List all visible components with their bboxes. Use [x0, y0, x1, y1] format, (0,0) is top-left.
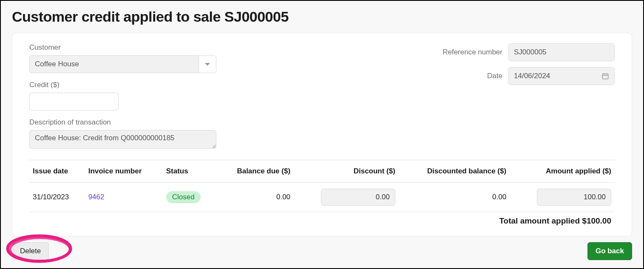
col-discount: Discount ($) — [294, 160, 399, 183]
description-label: Description of transaction — [29, 118, 310, 127]
reference-value: SJ000005 — [514, 48, 547, 57]
reference-label: Reference number — [443, 48, 502, 57]
amount-applied-input[interactable] — [537, 189, 611, 206]
date-label: Date — [487, 72, 502, 80]
customer-select[interactable]: Coffee House — [29, 55, 216, 73]
customer-select-value: Coffee House — [29, 55, 199, 73]
col-status: Status — [163, 160, 216, 183]
date-input[interactable]: 14/06/2024 — [508, 67, 615, 85]
cell-issue-date: 31/10/2023 — [29, 183, 85, 212]
status-badge: Closed — [166, 191, 201, 203]
total-label: Total amount applied — [499, 216, 582, 225]
total-value: $100.00 — [582, 216, 611, 225]
col-discounted-balance: Discounted balance ($) — [399, 160, 510, 183]
credit-card: Customer Coffee House Credit ($) Descrip… — [12, 33, 632, 236]
credit-lines-table: Issue date Invoice number Status Balance… — [29, 160, 615, 212]
calendar-icon — [601, 72, 609, 80]
svg-rect-0 — [602, 74, 608, 79]
page-title: Customer credit applied to sale SJ000005 — [12, 8, 632, 25]
invoice-link[interactable]: 9462 — [88, 193, 105, 201]
col-issue-date: Issue date — [29, 160, 85, 183]
col-amount-applied: Amount applied ($) — [510, 160, 615, 183]
credit-input[interactable] — [29, 93, 119, 110]
col-invoice-number: Invoice number — [85, 160, 163, 183]
go-back-button[interactable]: Go back — [587, 242, 632, 260]
discount-input[interactable] — [321, 189, 395, 206]
delete-button[interactable]: Delete — [12, 242, 49, 260]
total-amount-row: Total amount applied $100.00 — [29, 212, 615, 232]
reference-input: SJ000005 — [508, 43, 615, 61]
table-row: 31/10/2023 9462 Closed 0.00 0.00 — [29, 183, 615, 212]
chevron-down-icon — [205, 63, 210, 66]
col-balance-due: Balance due ($) — [216, 160, 294, 183]
customer-select-toggle[interactable] — [199, 55, 216, 73]
cell-balance-due: 0.00 — [216, 183, 294, 212]
date-value: 14/06/2024 — [514, 72, 550, 80]
customer-label: Customer — [29, 43, 310, 52]
cell-discounted-balance: 0.00 — [399, 183, 510, 212]
credit-label: Credit ($) — [29, 81, 310, 89]
description-textarea[interactable] — [29, 130, 216, 149]
